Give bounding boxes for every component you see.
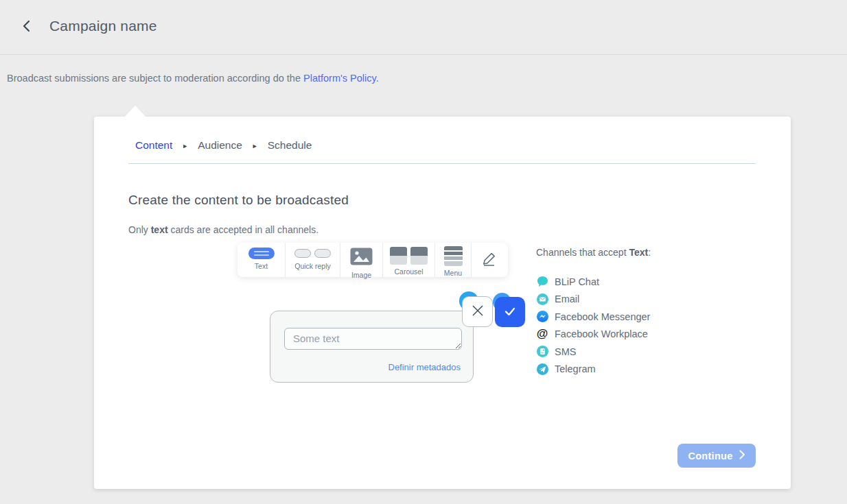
chevron-right-icon [739, 450, 745, 461]
channels-title-prefix: Channels that accept [536, 247, 629, 258]
card-type-label: Image [351, 271, 371, 279]
image-icon [350, 248, 373, 268]
wizard-steps: Content ► Audience ► Schedule [135, 139, 312, 152]
channel-label: BLiP Chat [555, 276, 599, 287]
check-icon [502, 304, 518, 321]
channel-facebook-workplace: @ Facebook Workplace [536, 326, 650, 344]
quick-reply-icon [294, 248, 331, 259]
email-icon [536, 293, 548, 305]
card-type-quick-reply[interactable]: Quick reply [286, 243, 340, 277]
step-schedule[interactable]: Schedule [268, 139, 312, 152]
channel-label: SMS [555, 346, 576, 357]
broadcast-wizard-panel: Content ► Audience ► Schedule Create the… [94, 117, 791, 489]
card-type-image[interactable]: Image [340, 243, 383, 277]
channel-telegram: Telegram [536, 361, 650, 379]
chevron-left-icon [20, 19, 32, 36]
section-heading: Create the content to be broadcasted [128, 193, 349, 208]
channels-title-suffix: : [648, 247, 651, 258]
step-audience[interactable]: Audience [198, 139, 242, 152]
subnote-bold: text [151, 224, 168, 235]
channel-label: Facebook Messenger [555, 311, 650, 322]
channel-sms: SMS [536, 343, 650, 361]
cancel-card-button[interactable] [462, 296, 493, 327]
channel-email: Email [536, 291, 650, 309]
channel-list: BLiP Chat Email [536, 273, 650, 378]
blip-chat-icon [536, 276, 548, 288]
channels-title-bold: Text [629, 247, 648, 258]
moderation-notice: Broadcast submissions are subject to mod… [7, 73, 379, 84]
channels-title: Channels that accept Text: [536, 247, 728, 258]
channel-label: Telegram [555, 363, 596, 374]
card-type-label: Menu [444, 269, 462, 277]
telegram-icon [536, 363, 548, 375]
close-icon [470, 303, 485, 320]
channel-label: Email [555, 293, 579, 304]
card-type-text[interactable]: Text [237, 243, 286, 277]
moderation-notice-text: Broadcast submissions are subject to mod… [7, 73, 303, 84]
step-separator-icon: ► [182, 142, 188, 149]
page-header: Campaign name [0, 0, 847, 55]
subnote-suffix: cards are accepted in all channels. [168, 224, 318, 235]
platform-policy-link[interactable]: Platform's Policy. [303, 73, 379, 84]
card-type-label: Quick reply [294, 262, 331, 270]
card-type-menu[interactable]: Menu [435, 243, 472, 277]
channel-blip-chat: BLiP Chat [536, 273, 650, 291]
steps-divider [128, 163, 756, 164]
card-type-label: Text [255, 262, 268, 270]
card-type-toolbar: Text Quick reply Image Carousel Menu [237, 243, 508, 277]
text-card-input[interactable] [284, 328, 462, 350]
step-content[interactable]: Content [135, 139, 172, 152]
channels-section: Channels that accept Text: BLiP Chat [536, 247, 728, 258]
channel-facebook-messenger: Facebook Messenger [536, 308, 650, 326]
pencil-icon [481, 250, 498, 269]
card-type-carousel[interactable]: Carousel [383, 243, 435, 277]
confirm-card-button[interactable] [495, 297, 525, 327]
menu-card-icon [444, 246, 463, 266]
page-title: Campaign name [49, 18, 157, 34]
carousel-icon [390, 246, 428, 265]
edit-card-button[interactable] [472, 243, 507, 277]
card-type-label: Carousel [394, 267, 423, 276]
back-button[interactable] [18, 19, 34, 36]
section-subnote: Only text cards are accepted in all chan… [128, 224, 318, 235]
text-card-editor: Definir metadados [270, 311, 474, 383]
sms-icon [536, 346, 548, 358]
facebook-messenger-icon [536, 311, 548, 323]
panel-pointer-triangle [125, 106, 146, 117]
continue-label: Continue [688, 451, 732, 461]
subnote-prefix: Only [128, 224, 151, 235]
text-card-icon [248, 248, 275, 259]
step-separator-icon: ► [252, 142, 258, 149]
define-metadata-link[interactable]: Definir metadados [388, 362, 461, 372]
facebook-workplace-icon: @ [536, 328, 548, 340]
channel-label: Facebook Workplace [555, 328, 648, 339]
continue-button[interactable]: Continue [677, 444, 756, 468]
